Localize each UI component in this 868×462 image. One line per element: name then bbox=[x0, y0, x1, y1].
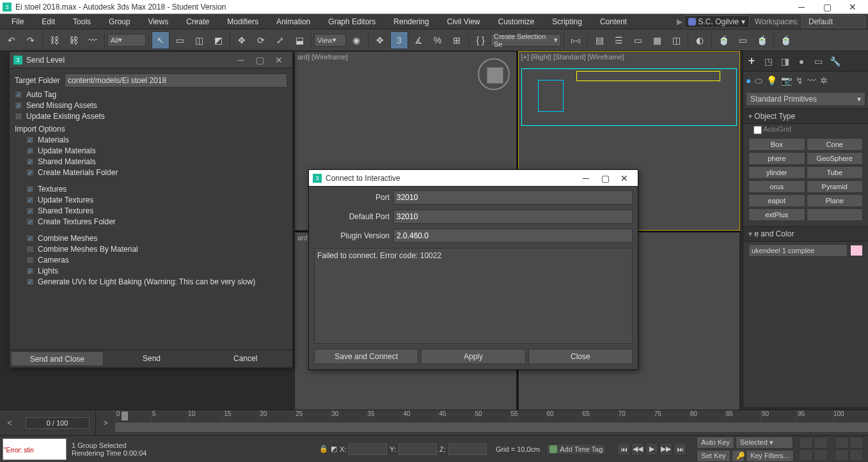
port-input[interactable] bbox=[393, 190, 633, 204]
modify-tab[interactable]: ◳ bbox=[761, 54, 775, 68]
close-button[interactable]: Close bbox=[528, 349, 633, 364]
render-setup-button[interactable]: 🍵 bbox=[714, 31, 732, 49]
send-level-titlebar[interactable]: 3 Send Level ─ ▢ ✕ bbox=[10, 52, 292, 68]
redo-button[interactable]: ↷ bbox=[22, 31, 40, 49]
keyfilters-button[interactable]: Key Filters... bbox=[746, 450, 794, 462]
send-button[interactable]: Send bbox=[106, 351, 198, 366]
object-name-input[interactable]: ukendeel 1 complee bbox=[748, 244, 848, 257]
viewcube[interactable] bbox=[478, 58, 510, 90]
save-and-connect-button[interactable]: Save and Connect bbox=[314, 349, 418, 364]
zoom-button[interactable] bbox=[799, 437, 813, 449]
workspace-dropdown[interactable]: Default bbox=[801, 15, 865, 28]
window-crossing-button[interactable]: ◩ bbox=[209, 31, 227, 49]
prev-frame-button[interactable]: ◀◀ bbox=[631, 443, 644, 456]
create-subcategory-dropdown[interactable]: Standard Primitives▾ bbox=[746, 92, 865, 106]
utilities-tab[interactable]: 🔧 bbox=[828, 54, 842, 68]
maxscript-listener[interactable]: "Error: stin bbox=[3, 438, 67, 460]
shared-textures-checkbox[interactable] bbox=[26, 207, 34, 215]
fov-button[interactable] bbox=[849, 437, 864, 449]
combine-by-material-checkbox[interactable] bbox=[26, 245, 34, 253]
cameras-checkbox[interactable] bbox=[26, 256, 34, 264]
zoom-all-button[interactable] bbox=[814, 437, 828, 449]
link-button[interactable]: ⛓ bbox=[45, 31, 63, 49]
mirror-button[interactable]: ▹◃ bbox=[567, 31, 585, 49]
update-textures-checkbox[interactable] bbox=[26, 196, 34, 204]
ref-coord-dropdown[interactable]: View ▾ bbox=[314, 34, 346, 47]
menu-edit[interactable]: Edit bbox=[33, 15, 64, 28]
autotag-checkbox[interactable] bbox=[15, 91, 22, 98]
dialog-close-button[interactable]: ✕ bbox=[615, 173, 634, 183]
rendered-frame-button[interactable]: ▭ bbox=[734, 31, 752, 49]
select-scale-button[interactable]: ⤢ bbox=[271, 31, 289, 49]
isolate-icon[interactable]: ◩ bbox=[331, 445, 337, 453]
lights-checkbox[interactable] bbox=[26, 267, 34, 275]
select-place-button[interactable]: ⬓ bbox=[290, 31, 308, 49]
timeline-prev-button[interactable]: < bbox=[0, 410, 19, 435]
time-slider-handle[interactable] bbox=[122, 412, 128, 420]
lights-icon[interactable]: 💡 bbox=[766, 75, 777, 86]
select-object-button[interactable]: ↖ bbox=[152, 31, 170, 49]
send-and-close-button[interactable]: Send and Close bbox=[11, 351, 104, 366]
unlink-button[interactable]: ⛓̸ bbox=[65, 31, 83, 49]
time-ruler[interactable]: 0510152025303540455055606570758085909510… bbox=[115, 410, 868, 435]
maximize-button[interactable]: ▢ bbox=[814, 0, 840, 14]
default-port-input[interactable] bbox=[393, 210, 633, 224]
zoom-extents-button[interactable] bbox=[799, 449, 813, 461]
menu-create[interactable]: Create bbox=[177, 15, 218, 28]
selection-lock-icon[interactable]: 🔒 bbox=[319, 445, 328, 453]
plane-button[interactable]: Plane bbox=[807, 194, 864, 207]
object-type-rollout[interactable]: Object Type bbox=[743, 109, 868, 124]
combine-meshes-checkbox[interactable] bbox=[26, 235, 34, 242]
create-textures-folder-checkbox[interactable] bbox=[26, 218, 34, 226]
minimize-button[interactable]: ─ bbox=[789, 0, 814, 14]
close-button[interactable]: ✕ bbox=[840, 0, 865, 14]
hierarchy-tab[interactable]: ◨ bbox=[778, 54, 792, 68]
geosphere-button[interactable]: GeoSphere bbox=[807, 152, 864, 165]
timeline-next-button[interactable]: > bbox=[96, 410, 115, 435]
motion-tab[interactable]: ● bbox=[794, 54, 809, 68]
tube-button[interactable]: Tube bbox=[807, 166, 864, 179]
dialog-minimize-button[interactable]: ─ bbox=[231, 55, 250, 65]
textplus-button[interactable]: extPlus bbox=[748, 208, 805, 221]
maximize-viewport-button[interactable] bbox=[849, 449, 864, 461]
dialog-maximize-button[interactable]: ▢ bbox=[596, 173, 615, 183]
update-materials-checkbox[interactable] bbox=[26, 147, 34, 155]
pyramid-button[interactable]: Pyramid bbox=[807, 180, 864, 193]
geometry-icon[interactable]: ● bbox=[746, 75, 751, 86]
generate-uvs-checkbox[interactable] bbox=[26, 278, 34, 286]
create-tab[interactable]: + bbox=[745, 54, 759, 68]
select-by-name-button[interactable]: ▭ bbox=[171, 31, 189, 49]
systems-icon[interactable]: ✲ bbox=[820, 75, 828, 86]
autogrid-checkbox[interactable]: AutoGrid bbox=[754, 125, 868, 134]
frame-display-input[interactable] bbox=[26, 417, 90, 429]
menu-customize[interactable]: Customize bbox=[489, 15, 544, 28]
render-interactive-button[interactable]: 🍵 bbox=[777, 31, 794, 49]
apply-button[interactable]: Apply bbox=[421, 349, 525, 364]
setkey-button[interactable]: Set Key bbox=[697, 450, 730, 462]
schematic-view-button[interactable]: ◫ bbox=[667, 31, 685, 49]
toggle-ribbon-button[interactable]: ▭ bbox=[629, 31, 647, 49]
next-frame-button[interactable]: ▶▶ bbox=[659, 443, 672, 456]
menu-tools[interactable]: Tools bbox=[64, 15, 100, 28]
spinner-snap-button[interactable]: ⊞ bbox=[448, 31, 466, 49]
create-materials-folder-checkbox[interactable] bbox=[26, 169, 34, 176]
cancel-button[interactable]: Cancel bbox=[200, 351, 291, 366]
play-button[interactable]: ▶ bbox=[645, 443, 658, 456]
edit-named-sel-button[interactable]: { } bbox=[471, 31, 489, 49]
autokey-button[interactable]: Auto Key bbox=[697, 436, 734, 449]
select-rotate-button[interactable]: ⟳ bbox=[252, 31, 270, 49]
textures-checkbox[interactable] bbox=[26, 185, 34, 193]
angle-snap-button[interactable]: ∡ bbox=[409, 31, 427, 49]
cameras-icon[interactable]: 📷 bbox=[781, 75, 792, 86]
undo-button[interactable]: ↶ bbox=[3, 31, 20, 49]
object-color-swatch[interactable] bbox=[850, 245, 863, 256]
snap-toggle-button[interactable]: 3 bbox=[390, 31, 408, 49]
render-production-button[interactable]: 🍵 bbox=[753, 31, 771, 49]
shapes-icon[interactable]: ⬭ bbox=[755, 75, 762, 86]
dialog-close-button[interactable]: ✕ bbox=[269, 55, 288, 65]
bind-button[interactable]: 〰 bbox=[84, 31, 102, 49]
orbit-button[interactable] bbox=[835, 437, 849, 449]
material-editor-button[interactable]: ◐ bbox=[691, 31, 709, 49]
menu-file[interactable]: File bbox=[3, 15, 33, 28]
layer-explorer-button[interactable]: ☰ bbox=[610, 31, 627, 49]
